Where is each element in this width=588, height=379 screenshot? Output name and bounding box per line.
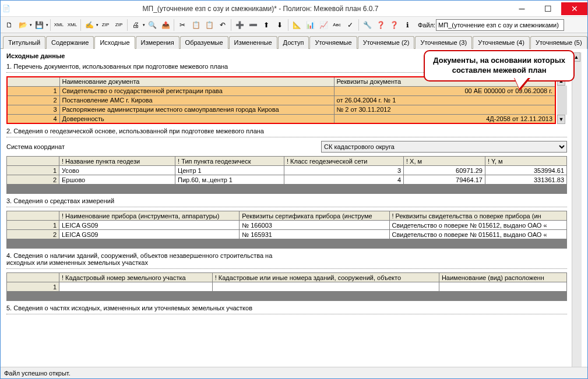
print-icon[interactable]: 🖨	[129, 19, 142, 31]
tool2-icon[interactable]: 📊	[304, 19, 316, 31]
tool1-icon[interactable]: 📐	[290, 19, 303, 31]
toolbar: 🗋 📂 ▾ 💾 ▾ XML XML ✍ ▾ ZIP ZIP 🖨 ▾ 🔍 📤 ✂ …	[1, 17, 587, 33]
rowdown-icon[interactable]: ⬇	[273, 19, 286, 31]
copy-icon[interactable]: 📋	[189, 19, 202, 31]
tab-obrazuemye[interactable]: Образуемые	[180, 36, 228, 49]
tabs-bar: Титульный Содержание Исходные Измерения …	[1, 33, 587, 49]
tab-utoch5[interactable]: Уточняемые (5)	[530, 36, 587, 49]
callout-box: Документы, на основании которых составле…	[424, 50, 575, 82]
xml-icon[interactable]: XML	[52, 19, 65, 31]
check-icon[interactable]: ✓	[344, 19, 357, 31]
sec2-label: 2. Сведения о геодезической основе, испо…	[6, 127, 567, 134]
tab-utoch3[interactable]: Уточняемые (3)	[415, 36, 472, 49]
content-area: Документы, на основании которых составле…	[1, 49, 587, 367]
table-row: 2Постановление АМС г. Кироваот 26.04.200…	[7, 95, 555, 105]
tab-dostup[interactable]: Доступ	[278, 36, 309, 49]
minimize-button[interactable]: ─	[509, 2, 535, 15]
tab-utoch[interactable]: Уточняемые	[309, 36, 357, 49]
file-label: Файл:	[418, 22, 435, 29]
about-icon[interactable]: ℹ	[401, 19, 414, 31]
tool3-icon[interactable]: 📈	[317, 19, 330, 31]
sec3-label: 3. Сведения о средствах измерений	[6, 197, 567, 204]
abc-icon[interactable]: Авс	[330, 19, 343, 31]
sign-icon[interactable]: ✍	[83, 19, 96, 31]
file-input[interactable]	[436, 19, 564, 31]
addrow-icon[interactable]: ➕	[233, 19, 246, 31]
table-geodesy[interactable]: ! Название пункта геодези! Тип пункта ге…	[6, 156, 567, 185]
table-row: 1	[7, 282, 567, 292]
undo-icon[interactable]: ↶	[216, 19, 229, 31]
table-buildings[interactable]: ! Кадастровый номер земельного участка! …	[6, 272, 567, 292]
table-row: 1LEICA GS09№ 166003Свидетельство о повер…	[7, 221, 567, 230]
sec4-label: 4. Сведения о наличии зданий, сооружений…	[6, 252, 567, 266]
status-text: Файл успешно открыт.	[4, 370, 71, 377]
maximize-button[interactable]: ☐	[535, 2, 561, 15]
table-row: 2ЕршовоПир.60, м.,центр 1479464.17331361…	[7, 175, 567, 185]
app-icon: 📄	[1, 5, 12, 12]
table-row: 1Свидетельство о государственной регистр…	[7, 86, 555, 95]
zip2-icon[interactable]: ZIP	[112, 19, 125, 31]
delrow-icon[interactable]: ➖	[247, 19, 259, 31]
coord-select[interactable]: СК кадастрового округа	[321, 141, 567, 153]
help-icon[interactable]: ❓	[374, 19, 387, 31]
tab-utoch4[interactable]: Уточняемые (4)	[473, 36, 530, 49]
table-row: 4Доверенность4Д-2058 от 12.11.2013	[7, 114, 555, 123]
rowup-icon[interactable]: ⬆	[260, 19, 273, 31]
tab-izmereniya[interactable]: Измерения	[136, 36, 179, 49]
tab-soderzhanie[interactable]: Содержание	[46, 36, 94, 49]
table-instruments[interactable]: ! Наименование прибора (инструмента, апп…	[6, 211, 567, 239]
export-icon[interactable]: 📤	[159, 19, 172, 31]
coord-label: Система координат	[6, 143, 321, 150]
table-row: 1УсовоЦентр 1360971.29353994.61	[7, 166, 567, 175]
paste-icon[interactable]: 📋	[203, 19, 216, 31]
open-icon[interactable]: 📂	[16, 19, 29, 31]
window-title: МП_(уточнение езп с озу и смежниками)* -…	[12, 5, 509, 13]
table-row: 3Распоряжение администрации местного сам…	[7, 105, 555, 114]
table-documents[interactable]: Наименование документаРеквизиты документ…	[6, 76, 556, 124]
sec5-label: 5. Сведения о частях исходных, измененны…	[6, 304, 567, 311]
statusbar: Файл успешно открыт.	[1, 367, 587, 378]
tab-izmenennye[interactable]: Измененные	[229, 36, 277, 49]
app-window: 📄 МП_(уточнение езп с озу и смежниками)*…	[0, 0, 588, 379]
titlebar: 📄 МП_(уточнение езп с озу и смежниками)*…	[1, 1, 587, 17]
zip-icon[interactable]: ZIP	[99, 19, 112, 31]
vertical-scrollbar[interactable]: ▲	[572, 52, 582, 367]
settings-icon[interactable]: 🔧	[361, 19, 374, 31]
whatsthis-icon[interactable]: ❓	[388, 19, 400, 31]
close-button[interactable]: ✕	[561, 2, 587, 15]
cut-icon[interactable]: ✂	[176, 19, 189, 31]
tab-utoch2[interactable]: Уточняемые (2)	[358, 36, 415, 49]
xml2-icon[interactable]: XML	[66, 19, 79, 31]
new-icon[interactable]: 🗋	[3, 19, 16, 31]
save-icon[interactable]: 💾	[33, 19, 45, 31]
scroll-down-icon[interactable]: ▼	[557, 115, 565, 124]
table-row: 2LEICA GS09№ 165931Свидетельство о повер…	[7, 230, 567, 239]
tab-titulny[interactable]: Титульный	[3, 36, 45, 49]
tab-ishodnye[interactable]: Исходные	[94, 36, 135, 49]
preview-icon[interactable]: 🔍	[146, 19, 159, 31]
